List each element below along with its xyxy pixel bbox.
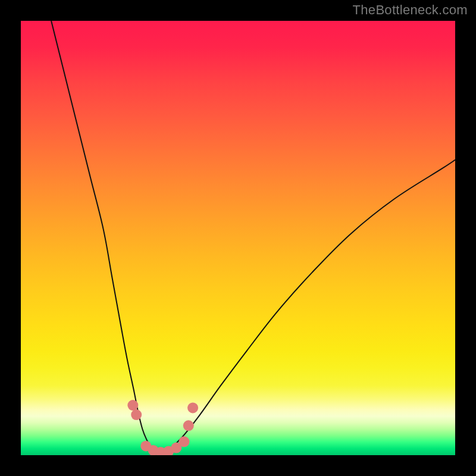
curve-marker-dot [178, 436, 189, 447]
curve-marker-dot [183, 420, 194, 431]
curve-marker-dot [127, 400, 138, 411]
watermark-text: TheBottleneck.com [353, 2, 468, 18]
bottleneck-curve [21, 21, 455, 455]
curve-markers [127, 400, 198, 455]
curve-marker-dot [187, 402, 198, 413]
curve-right-branch [160, 160, 455, 455]
plot-area [21, 21, 455, 455]
outer-frame: TheBottleneck.com [0, 0, 476, 476]
curve-marker-dot [131, 409, 142, 420]
curve-left-branch [51, 21, 160, 455]
